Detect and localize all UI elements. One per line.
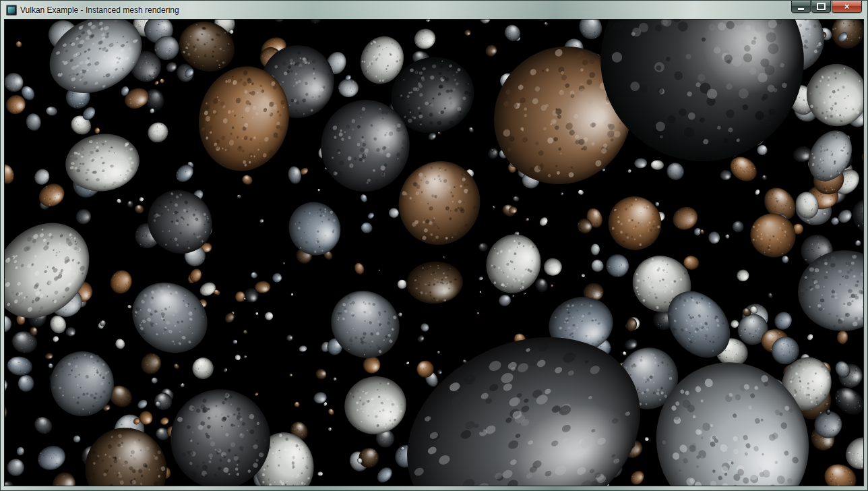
minimize-button[interactable] bbox=[791, 1, 811, 13]
window-controls: × bbox=[791, 1, 862, 13]
close-button[interactable]: × bbox=[832, 1, 862, 13]
titlebar[interactable]: Vulkan Example - Instanced mesh renderin… bbox=[1, 1, 867, 19]
app-icon bbox=[6, 5, 17, 16]
minimize-icon bbox=[798, 8, 804, 10]
window-title: Vulkan Example - Instanced mesh renderin… bbox=[20, 5, 179, 15]
close-icon: × bbox=[844, 2, 850, 11]
scene-canvas[interactable] bbox=[5, 20, 863, 486]
render-viewport bbox=[4, 19, 864, 486]
maximize-button[interactable] bbox=[811, 1, 831, 13]
app-window: Vulkan Example - Instanced mesh renderin… bbox=[0, 0, 868, 491]
maximize-icon bbox=[817, 3, 826, 10]
